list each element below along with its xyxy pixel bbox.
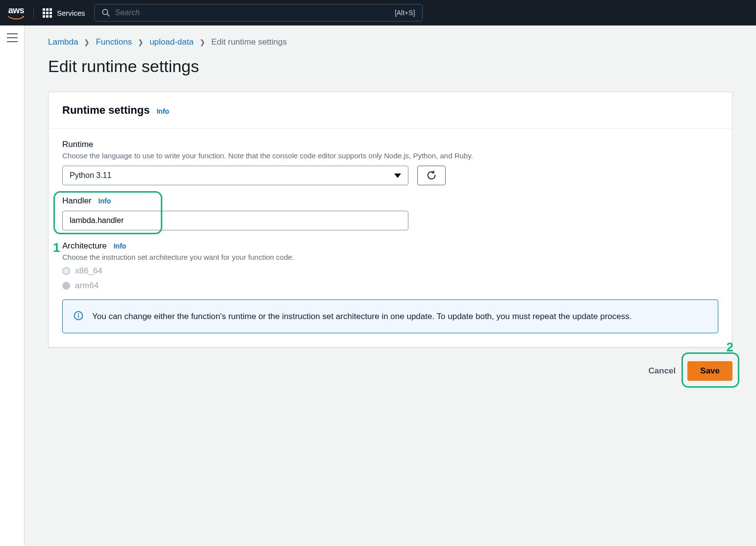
search-bar[interactable]: [Alt+S] (94, 4, 423, 22)
services-button[interactable]: Services (43, 8, 85, 18)
runtime-group: Runtime Choose the language to use to wr… (62, 140, 718, 185)
main-content: Lambda ❯ Functions ❯ upload-data ❯ Edit … (25, 25, 756, 546)
search-icon (101, 8, 110, 17)
architecture-radio-arm64: arm64 (62, 281, 718, 291)
breadcrumb-link-functions[interactable]: Functions (96, 37, 132, 47)
chevron-right-icon: ❯ (84, 38, 90, 46)
handler-group: Handler Info (62, 196, 718, 230)
handler-input[interactable] (62, 211, 408, 230)
architecture-group: Architecture Info Choose the instruction… (62, 241, 718, 291)
sidebar (0, 25, 25, 546)
save-button[interactable]: Save (687, 361, 732, 381)
handler-info-link[interactable]: Info (99, 197, 111, 205)
architecture-option-0: x86_64 (75, 266, 102, 276)
aws-logo-text: aws (8, 5, 25, 16)
cancel-button[interactable]: Cancel (649, 366, 676, 376)
menu-toggle-icon[interactable] (7, 33, 18, 42)
runtime-select[interactable]: Python 3.11 (62, 166, 408, 185)
info-alert: You can change either the function's run… (62, 299, 718, 333)
refresh-button[interactable] (417, 166, 446, 185)
panel-info-link[interactable]: Info (156, 107, 169, 115)
breadcrumb-current: Edit runtime settings (211, 37, 287, 47)
info-icon (74, 311, 83, 321)
radio-icon (62, 282, 70, 290)
panel-title: Runtime settings (62, 104, 150, 117)
runtime-settings-panel: Runtime settings Info Runtime Choose the… (48, 92, 732, 347)
svg-point-3 (78, 313, 79, 314)
svg-line-1 (107, 14, 109, 16)
search-shortcut: [Alt+S] (395, 9, 415, 17)
caret-down-icon (394, 174, 401, 178)
runtime-hint: Choose the language to use to write your… (62, 151, 718, 160)
breadcrumb-link-function-name[interactable]: upload-data (150, 37, 194, 47)
nav-divider (33, 7, 34, 19)
architecture-label: Architecture (62, 241, 107, 251)
radio-icon (62, 267, 70, 275)
panel-header: Runtime settings Info (49, 92, 732, 129)
alert-text: You can change either the function's run… (92, 310, 631, 323)
chevron-right-icon: ❯ (200, 38, 205, 46)
top-nav: aws Services [Alt+S] (0, 0, 756, 25)
architecture-info-link[interactable]: Info (114, 242, 126, 250)
services-label: Services (57, 9, 85, 17)
chevron-right-icon: ❯ (138, 38, 144, 46)
handler-label: Handler (62, 196, 92, 206)
page-title: Edit runtime settings (48, 57, 732, 76)
aws-logo[interactable]: aws (8, 5, 25, 21)
breadcrumb: Lambda ❯ Functions ❯ upload-data ❯ Edit … (48, 37, 732, 47)
grid-icon (43, 8, 52, 18)
action-row: Cancel 2 Save (48, 347, 732, 400)
runtime-value: Python 3.11 (70, 171, 111, 180)
aws-swoosh-icon (8, 16, 25, 21)
architecture-hint: Choose the instruction set architecture … (62, 253, 718, 261)
breadcrumb-link-lambda[interactable]: Lambda (48, 37, 78, 47)
architecture-radio-x86: x86_64 (62, 266, 718, 276)
architecture-option-1: arm64 (75, 281, 99, 291)
svg-rect-4 (78, 315, 79, 318)
search-input[interactable] (110, 8, 395, 17)
refresh-icon (426, 170, 437, 181)
runtime-label: Runtime (62, 140, 718, 149)
